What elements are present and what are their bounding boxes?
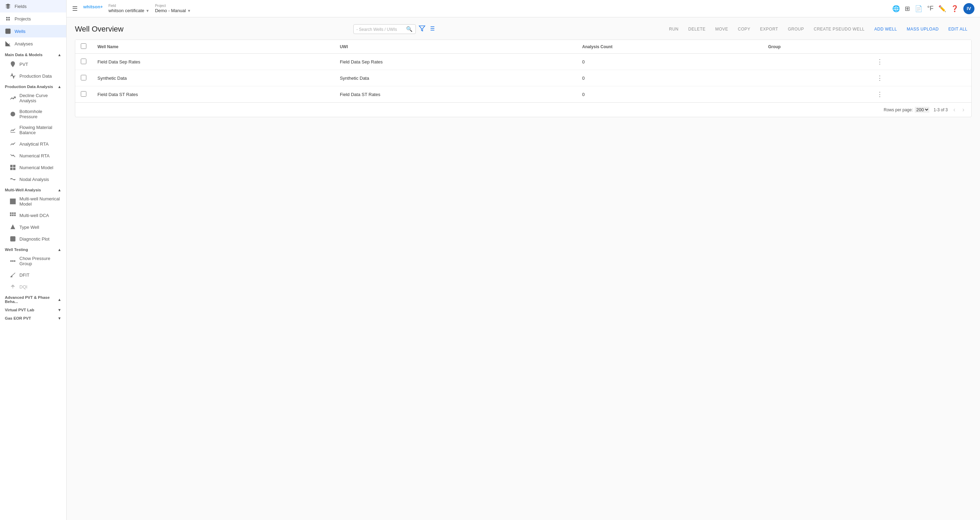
- sidebar-item-mwdca-label: Multi-well DCA: [19, 213, 49, 218]
- wells-table: Well Name UWI Analysis Count Group Field…: [75, 40, 971, 102]
- section-virtual-pvt-lab[interactable]: Virtual PVT Lab ▼: [0, 305, 66, 313]
- sidebar-item-numerical-rta[interactable]: Numerical RTA: [0, 150, 66, 162]
- row-checkbox-cell: [75, 86, 92, 103]
- sidebar-item-flowing-material-balance[interactable]: Flowing Material Balance: [0, 122, 66, 138]
- search-toolbar: 🔍: [353, 24, 435, 34]
- sidebar-item-pvt[interactable]: PVT: [0, 58, 66, 70]
- sidebar-item-fields[interactable]: Fields: [0, 0, 66, 13]
- search-input[interactable]: [356, 27, 404, 32]
- next-page-button[interactable]: ›: [961, 105, 966, 114]
- sidebar-item-dfit[interactable]: DFIT: [0, 269, 66, 281]
- sidebar-item-diagnostic-plot[interactable]: Diagnostic Plot: [0, 233, 66, 245]
- edit-icon[interactable]: ✏️: [939, 5, 946, 13]
- topbar: ☰ whitson+ Field whitson certificate ▼ P…: [67, 0, 980, 17]
- section-advanced-pvt[interactable]: Advanced PVT & Phase Beha... ▲: [0, 293, 66, 305]
- add-well-button[interactable]: ADD WELL: [870, 25, 901, 33]
- analysis-count-cell: 0: [577, 86, 762, 103]
- sidebar-item-bottomhole-pressure[interactable]: Bottomhole Pressure: [0, 106, 66, 122]
- row-menu-button[interactable]: ⋮: [874, 57, 886, 66]
- row-checkbox[interactable]: [81, 59, 86, 64]
- group-cell: [762, 70, 868, 86]
- field-chevron-icon: ▼: [146, 9, 150, 13]
- analytical-rta-icon: [10, 141, 16, 147]
- project-selector[interactable]: Demo - Manual ▼: [155, 8, 191, 13]
- rows-per-page-select[interactable]: 200 100 50: [915, 107, 929, 113]
- sidebar-item-wells[interactable]: Wells: [0, 25, 66, 37]
- sidebar-item-nodal-analysis[interactable]: Nodal Analysis: [0, 173, 66, 185]
- move-button[interactable]: MOVE: [711, 25, 732, 33]
- page-header: Well Overview 🔍 RUN DELETE MOVE COPY EX: [75, 24, 972, 34]
- export-button[interactable]: EXPORT: [756, 25, 782, 33]
- sidebar-item-decline-curve[interactable]: Decline Curve Analysis: [0, 90, 66, 106]
- dfit-icon: [10, 272, 16, 278]
- decline-curve-icon: [10, 95, 16, 101]
- svg-point-3: [9, 19, 10, 21]
- help-icon[interactable]: ❓: [951, 5, 958, 13]
- search-box: 🔍: [353, 24, 416, 34]
- section-multi-well-analysis[interactable]: Multi-Well Analysis ▲: [0, 185, 66, 194]
- sidebar-item-numerical-rta-label: Numerical RTA: [19, 153, 49, 158]
- sidebar-item-type-well[interactable]: Type Well: [0, 221, 66, 233]
- wells-icon: [5, 28, 11, 34]
- row-menu-cell: ⋮: [868, 70, 971, 86]
- sidebar-item-fields-label: Fields: [14, 4, 27, 9]
- create-pseudo-well-button[interactable]: CREATE PSEUDO WELL: [810, 25, 869, 33]
- svg-point-2: [6, 19, 8, 21]
- run-button[interactable]: RUN: [665, 25, 683, 33]
- menu-icon[interactable]: ☰: [72, 5, 78, 13]
- table-footer: Rows per page: 200 100 50 1-3 of 3 ‹ ›: [75, 102, 971, 117]
- well-name-cell: Field Data Sep Rates: [92, 54, 334, 70]
- temperature-icon[interactable]: °F: [927, 5, 934, 12]
- analyses-icon: [5, 41, 11, 47]
- row-checkbox[interactable]: [81, 91, 86, 97]
- svg-rect-15: [14, 168, 15, 170]
- filter-icon[interactable]: [418, 25, 425, 33]
- flowing-material-balance-icon: [10, 127, 16, 133]
- sidebar-item-nodal-analysis-label: Nodal Analysis: [19, 177, 49, 182]
- svg-point-0: [6, 17, 8, 18]
- sidebar-item-bottomhole-label: Bottomhole Pressure: [19, 109, 61, 119]
- numerical-model-icon: [10, 164, 16, 170]
- sidebar-item-multi-well-dca[interactable]: Multi-well DCA: [0, 209, 66, 221]
- file-icon[interactable]: 📄: [915, 5, 923, 13]
- diagnostic-plot-icon: [10, 236, 16, 242]
- mass-upload-button[interactable]: MASS UPLOAD: [903, 25, 943, 33]
- analysis-count-cell: 0: [577, 70, 762, 86]
- sidebar-item-chow-pressure-group[interactable]: Chow Pressure Group: [0, 253, 66, 269]
- sidebar-item-production-data[interactable]: Production Data: [0, 70, 66, 82]
- sidebar-item-projects-label: Projects: [14, 16, 31, 22]
- field-selector[interactable]: whitson certificate ▼: [108, 8, 150, 13]
- row-menu-button[interactable]: ⋮: [874, 90, 886, 99]
- project-selector-group: Project Demo - Manual ▼: [155, 4, 191, 13]
- grid-icon[interactable]: ⊞: [905, 5, 910, 13]
- svg-rect-25: [14, 215, 16, 216]
- sidebar-item-multi-well-numerical[interactable]: Multi-well Numerical Model: [0, 194, 66, 209]
- section-well-testing[interactable]: Well Testing ▲: [0, 245, 66, 253]
- user-avatar[interactable]: IV: [963, 3, 974, 14]
- svg-rect-22: [14, 213, 16, 214]
- group-button[interactable]: GROUP: [784, 25, 808, 33]
- sidebar-item-numerical-model[interactable]: Numerical Model: [0, 162, 66, 173]
- row-checkbox[interactable]: [81, 75, 86, 80]
- sidebar-item-projects[interactable]: Projects: [0, 13, 66, 25]
- edit-all-button[interactable]: EDIT ALL: [944, 25, 972, 33]
- menu-header: [868, 40, 971, 54]
- section-main-data-models[interactable]: Main Data & Models ▲: [0, 50, 66, 58]
- section-gas-eor-pvt[interactable]: Gas EOR PVT ▼: [0, 313, 66, 322]
- copy-button[interactable]: COPY: [734, 25, 755, 33]
- group-header: Group: [762, 40, 868, 54]
- sidebar-item-analytical-rta[interactable]: Analytical RTA: [0, 138, 66, 150]
- sidebar-item-analyses-label: Analyses: [14, 41, 33, 46]
- select-all-checkbox[interactable]: [81, 43, 86, 49]
- sidebar-item-dfit-label: DFIT: [19, 272, 29, 278]
- analysis-count-header: Analysis Count: [577, 40, 762, 54]
- delete-button[interactable]: DELETE: [684, 25, 710, 33]
- well-name-cell: Field Data ST Rates: [92, 86, 334, 103]
- row-menu-button[interactable]: ⋮: [874, 73, 886, 83]
- sort-icon[interactable]: [428, 25, 435, 33]
- prev-page-button[interactable]: ‹: [952, 105, 957, 114]
- sidebar-item-analyses[interactable]: Analyses: [0, 37, 66, 50]
- section-production-data-analysis[interactable]: Production Data Analysis ▲: [0, 82, 66, 90]
- svg-rect-24: [13, 215, 14, 216]
- globe-icon[interactable]: 🌐: [892, 5, 900, 13]
